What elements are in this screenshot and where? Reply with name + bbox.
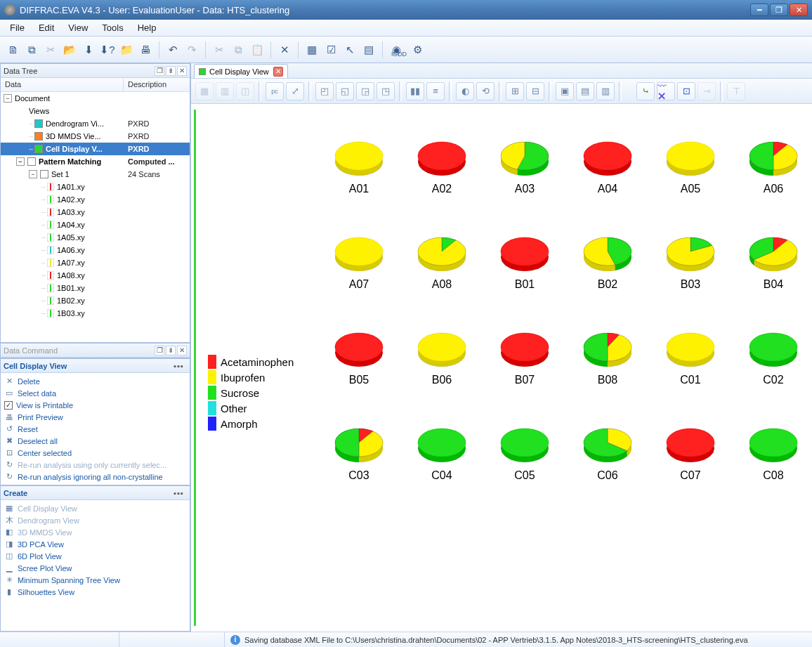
pie-cell-A04[interactable]: A04: [566, 139, 649, 195]
pie-cell-C05[interactable]: C05: [483, 426, 566, 482]
pie-cell-B06[interactable]: B06: [400, 330, 483, 386]
panel-pin-button[interactable]: ⇟: [166, 346, 176, 355]
window-minimize-button[interactable]: ━: [750, 4, 768, 16]
menu-help[interactable]: Help: [131, 20, 164, 35]
pie-cell-C04[interactable]: C04: [400, 426, 483, 482]
tree-pattern-matching[interactable]: −Pattern MatchingComputed ...: [1, 155, 190, 168]
cdv-option[interactable]: ▭Select data: [3, 387, 188, 399]
toolbar-favorite-folder-icon[interactable]: 📁: [118, 41, 135, 58]
pie-cell-B03[interactable]: B03: [649, 235, 732, 291]
pie-cell-A08[interactable]: A08: [400, 235, 483, 291]
tree-view-item[interactable]: ┈3D MMDS Vie...PXRD: [1, 130, 190, 143]
panel-close-button[interactable]: ✕: [177, 66, 187, 76]
tree-scan-item[interactable]: ┈1B01.xy: [1, 282, 190, 294]
toolbar-new-icon[interactable]: 🗎: [4, 41, 21, 58]
vtb-zoom2-icon[interactable]: ◱: [336, 82, 354, 100]
create-option[interactable]: ▦Cell Display View: [3, 502, 188, 514]
vtb-g2-icon[interactable]: ▤: [576, 82, 594, 100]
vtb-grid1-icon[interactable]: ⊞: [506, 82, 524, 100]
create-option[interactable]: 木Dendrogram View: [3, 514, 188, 526]
create-option[interactable]: ✳Minimum Spanning Tree View: [3, 574, 188, 586]
vtb-tree-icon[interactable]: ⇾: [698, 82, 716, 100]
toolbar-cut2-icon[interactable]: ✂: [211, 41, 228, 58]
toolbar-import1-icon[interactable]: ⬇: [80, 41, 97, 58]
toolbar-table-icon[interactable]: ▤: [360, 41, 377, 58]
vtb-g1-icon[interactable]: ▣: [556, 82, 574, 100]
cdv-option[interactable]: ⊡Center selected: [3, 447, 188, 459]
vtb-branch-icon[interactable]: ⤷: [636, 82, 655, 100]
toolbar-redo-icon[interactable]: ↷: [183, 41, 200, 58]
window-close-button[interactable]: ✕: [790, 4, 808, 16]
tree-scan-item[interactable]: ┈1B02.xy: [1, 294, 190, 307]
pie-cell-A03[interactable]: A03: [483, 139, 566, 195]
panel-menu-button[interactable]: ▪▪▪: [171, 362, 187, 370]
cdv-option[interactable]: ✖Deselect all: [3, 435, 188, 447]
pie-cell-C08[interactable]: C08: [732, 426, 812, 482]
vtb-btn-3[interactable]: ◫: [236, 82, 254, 100]
pie-cell-A02[interactable]: A02: [400, 139, 483, 195]
pie-cell-A06[interactable]: A06: [732, 139, 812, 195]
tree-scan-item[interactable]: ┈1A03.xy: [1, 206, 190, 218]
cdv-option[interactable]: ✓View is Printable: [3, 399, 188, 411]
menu-edit[interactable]: Edit: [32, 20, 61, 35]
panel-pin-button[interactable]: ⇟: [166, 66, 176, 76]
vtb-zoom4-icon[interactable]: ◳: [376, 82, 395, 100]
cdv-option[interactable]: ↻Re-run analysis using only currently se…: [3, 459, 188, 471]
pie-cell-C06[interactable]: C06: [566, 426, 649, 482]
toolbar-settings-icon[interactable]: ⚙: [409, 41, 426, 58]
cdv-option[interactable]: 🖶Print Preview: [3, 411, 188, 423]
vtb-grid2-icon[interactable]: ⊟: [526, 82, 544, 100]
toolbar-copy-icon[interactable]: ⧉: [230, 41, 247, 58]
column-data[interactable]: Data: [1, 78, 124, 91]
panel-float-button[interactable]: ❐: [155, 66, 164, 76]
vtb-btn-1[interactable]: ▦: [195, 82, 214, 100]
vtb-pc-icon[interactable]: pc: [266, 82, 284, 100]
create-option[interactable]: ▮Silhouettes View: [3, 586, 188, 598]
create-option[interactable]: ◫6D Plot View: [3, 550, 188, 562]
toolbar-delete-icon[interactable]: ✕: [276, 41, 293, 58]
pie-cell-B01[interactable]: B01: [483, 235, 566, 291]
vtb-t1-icon[interactable]: ◐: [456, 82, 474, 100]
pie-cell-A05[interactable]: A05: [649, 139, 732, 195]
cdv-option[interactable]: ✕Delete: [3, 375, 188, 387]
menu-file[interactable]: File: [3, 20, 32, 35]
toolbar-undo-icon[interactable]: ↶: [164, 41, 181, 58]
tree-view-item[interactable]: ┈Dendrogram Vi...PXRD: [1, 117, 190, 130]
pie-cell-A07[interactable]: A07: [317, 235, 400, 291]
toolbar-check-icon[interactable]: ☑: [322, 41, 339, 58]
pie-cell-C01[interactable]: C01: [649, 330, 732, 386]
menu-view[interactable]: View: [61, 20, 95, 35]
create-option[interactable]: ◧3D MMDS View: [3, 526, 188, 538]
pie-cell-A01[interactable]: A01: [317, 139, 400, 195]
tree-set[interactable]: −Set 124 Scans: [1, 168, 190, 181]
pie-cell-B05[interactable]: B05: [317, 330, 400, 386]
cdv-option[interactable]: ↻Re-run analysis ignoring all non-crysta…: [3, 471, 188, 483]
pie-cell-C03[interactable]: C03: [317, 426, 400, 482]
vtb-zoom1-icon[interactable]: ◰: [315, 82, 334, 100]
tab-cell-display-view[interactable]: Cell Display View ✕: [194, 64, 288, 78]
pie-cell-C07[interactable]: C07: [649, 426, 732, 482]
panel-menu-button[interactable]: ▪▪▪: [171, 489, 187, 497]
vtb-target-icon[interactable]: ⊡: [677, 82, 695, 100]
toolbar-cut-icon[interactable]: ✂: [42, 41, 59, 58]
tree-views[interactable]: Views: [1, 105, 190, 117]
toolbar-import-q-icon[interactable]: ⬇?: [99, 41, 116, 58]
column-description[interactable]: Description: [124, 78, 171, 91]
tree-scan-item[interactable]: ┈1B03.xy: [1, 307, 190, 320]
vtb-g3-icon[interactable]: ▥: [596, 82, 615, 100]
toolbar-paste-icon[interactable]: 📋: [249, 41, 266, 58]
pie-cell-B08[interactable]: B08: [566, 330, 649, 386]
toolbar-open-icon[interactable]: 📂: [61, 41, 78, 58]
tree-view-item[interactable]: ┈Cell Display V...PXRD: [1, 143, 190, 155]
toolbar-duplicate-icon[interactable]: ⧉: [23, 41, 40, 58]
data-tree[interactable]: −DocumentViews┈Dendrogram Vi...PXRD┈3D M…: [1, 92, 190, 342]
pie-cell-C02[interactable]: C02: [732, 330, 812, 386]
pie-cell-B07[interactable]: B07: [483, 330, 566, 386]
vtb-bars-icon[interactable]: ▮▮: [406, 82, 424, 100]
tree-scan-item[interactable]: ┈1A05.xy: [1, 231, 190, 244]
pie-cell-B02[interactable]: B02: [566, 235, 649, 291]
vtb-wave-close-icon[interactable]: 〰✕: [657, 82, 675, 100]
tree-scan-item[interactable]: ┈1A08.xy: [1, 269, 190, 282]
vtb-hier-icon[interactable]: ⊤: [727, 82, 745, 100]
tree-scan-item[interactable]: ┈1A07.xy: [1, 256, 190, 269]
